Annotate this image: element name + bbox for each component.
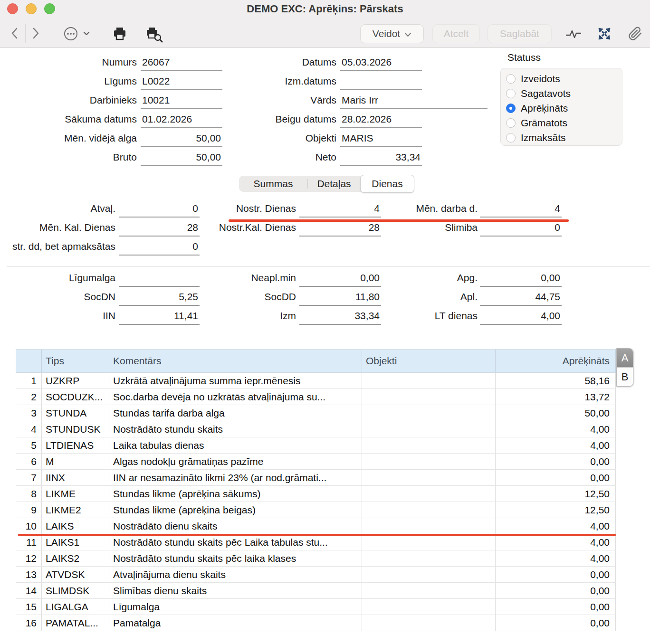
cell-objekti[interactable] xyxy=(362,567,496,582)
field-datums[interactable]: 05.03.2026 xyxy=(340,53,422,71)
cell-aprekinats[interactable]: 4,00 xyxy=(496,534,616,550)
status-option-sagatavots[interactable]: Sagatavots xyxy=(501,86,622,101)
field-vārds[interactable]: Maris Irr xyxy=(340,91,488,109)
cell-tips[interactable]: LTDIENAS xyxy=(42,437,109,453)
cell-aprekinats[interactable]: 0,00 xyxy=(496,599,616,615)
print-preview-icon[interactable] xyxy=(145,27,164,45)
cell-komentars[interactable]: Līgumalga xyxy=(109,599,362,615)
cell-aprekinats[interactable]: 58,16 xyxy=(496,373,616,388)
cell-aprekinats[interactable]: 0,00 xyxy=(496,454,616,469)
status-option-grāmatots[interactable]: Grāmatots xyxy=(501,115,622,130)
field-izm[interactable]: 33,34 xyxy=(299,307,381,325)
row-number-cell[interactable]: 7 xyxy=(16,470,42,485)
status-option-izmaksāts[interactable]: Izmaksāts xyxy=(501,130,622,145)
tab-detaļas[interactable]: Detaļas xyxy=(308,176,360,192)
cell-tips[interactable]: ATVDSK xyxy=(42,567,109,582)
field-izm-datums[interactable] xyxy=(340,72,422,90)
attachment-icon[interactable] xyxy=(628,27,642,43)
field-nostr-dienas[interactable]: 4 xyxy=(299,199,381,218)
cell-tips[interactable]: LIKME2 xyxy=(42,502,109,518)
row-number-cell[interactable]: 6 xyxy=(16,454,42,469)
row-number-cell[interactable]: 5 xyxy=(16,437,42,453)
cell-aprekinats[interactable]: 50,00 xyxy=(496,405,616,421)
cell-aprekinats[interactable]: 13,72 xyxy=(496,389,616,405)
row-number-cell[interactable]: 4 xyxy=(16,421,42,437)
cell-tips[interactable]: LIKME xyxy=(42,486,109,502)
cell-komentars[interactable]: Uzkrātā atvaļinājuma summa iepr.mēnesis xyxy=(109,373,362,388)
field-mēn-darba-d[interactable]: 4 xyxy=(480,199,562,218)
cell-tips[interactable]: LAIKS xyxy=(42,518,109,534)
row-number-cell[interactable]: 16 xyxy=(16,615,42,631)
cell-objekti[interactable] xyxy=(362,502,496,518)
more-options-icon[interactable] xyxy=(63,26,93,43)
cell-objekti[interactable] xyxy=(362,534,496,550)
cell-objekti[interactable] xyxy=(362,470,496,485)
field-socdd[interactable]: 11,80 xyxy=(299,288,381,306)
field-apl[interactable]: 44,75 xyxy=(480,288,562,306)
tab-summas[interactable]: Summas xyxy=(239,176,307,192)
atcelt-button[interactable]: Atcelt xyxy=(432,24,480,43)
row-number-cell[interactable]: 11 xyxy=(16,534,42,550)
cell-tips[interactable]: SOCDUZK... xyxy=(42,389,109,405)
status-option-aprēķināts[interactable]: Aprēķināts xyxy=(501,101,622,115)
cell-aprekinats[interactable]: 12,50 xyxy=(496,502,616,518)
cell-objekti[interactable] xyxy=(362,421,496,437)
radio-izmaksāts-icon[interactable] xyxy=(506,133,516,142)
field-beigu-datums[interactable]: 28.02.2026 xyxy=(340,110,422,128)
field-apg[interactable]: 0,00 xyxy=(480,269,562,287)
cell-komentars[interactable]: Laika tabulas dienas xyxy=(109,437,362,453)
saglabat-button[interactable]: Saglabāt xyxy=(488,24,552,43)
row-number-cell[interactable]: 1 xyxy=(16,373,42,388)
cell-komentars[interactable]: IIN ar nesamazināto likmi 23% (ar nod.gr… xyxy=(109,470,362,485)
table-view-a-button[interactable]: A xyxy=(617,349,633,368)
row-number-cell[interactable]: 12 xyxy=(16,550,42,566)
cell-aprekinats[interactable]: 0,00 xyxy=(496,583,616,598)
cell-komentars[interactable]: Soc.darba devēja no uzkrātās atvaļinājum… xyxy=(109,389,362,405)
cell-objekti[interactable] xyxy=(362,373,496,388)
cell-objekti[interactable] xyxy=(362,599,496,615)
row-number-cell[interactable]: 9 xyxy=(16,502,42,518)
tab-dienas[interactable]: Dienas xyxy=(360,175,414,193)
row-number-cell[interactable]: 14 xyxy=(16,583,42,598)
expand-icon[interactable] xyxy=(597,27,612,43)
field-neapl-min[interactable]: 0,00 xyxy=(299,269,381,287)
row-number-cell[interactable]: 2 xyxy=(16,389,42,405)
cell-objekti[interactable] xyxy=(362,615,496,631)
cell-objekti[interactable] xyxy=(362,518,496,534)
radio-aprēķināts-icon[interactable] xyxy=(506,104,516,113)
cell-komentars[interactable]: Stundas likme (aprēķina beigas) xyxy=(109,502,362,518)
cell-komentars[interactable]: Stundas likme (aprēķina sākums) xyxy=(109,486,362,502)
cell-komentars[interactable]: Stundas tarifa darba alga xyxy=(109,405,362,421)
cell-komentars[interactable]: Nostrādāto stundu skaits pēc Laika tabul… xyxy=(109,534,362,550)
cell-komentars[interactable]: Nostrādāto dienu skaits xyxy=(109,518,362,534)
field-neto[interactable]: 33,34 xyxy=(340,148,422,166)
cell-objekti[interactable] xyxy=(362,437,496,453)
cell-aprekinats[interactable]: 0,00 xyxy=(496,615,616,631)
radio-sagatavots-icon[interactable] xyxy=(506,89,516,98)
cell-tips[interactable]: PAMATAL... xyxy=(42,615,109,631)
cell-tips[interactable]: LAIKS2 xyxy=(42,550,109,566)
cell-komentars[interactable]: Nostrādāto stundu skaits xyxy=(109,421,362,437)
cell-objekti[interactable] xyxy=(362,550,496,566)
activity-icon[interactable] xyxy=(565,28,582,43)
cell-aprekinats[interactable]: 0,00 xyxy=(496,567,616,582)
cell-komentars[interactable]: Nostrādāto stundu skaits pēc laika klase… xyxy=(109,550,362,566)
back-icon[interactable] xyxy=(9,26,21,42)
cell-objekti[interactable] xyxy=(362,583,496,598)
cell-aprekinats[interactable]: 0,00 xyxy=(496,470,616,485)
cell-tips[interactable]: SLIMDSK xyxy=(42,583,109,598)
cell-komentars[interactable]: Atvaļinājuma dienu skaits xyxy=(109,567,362,582)
cell-tips[interactable]: STUNDA xyxy=(42,405,109,421)
row-number-cell[interactable]: 13 xyxy=(16,567,42,582)
cell-komentars[interactable]: Pamatalga xyxy=(109,615,362,631)
cell-tips[interactable]: LIGALGA xyxy=(42,599,109,615)
cell-komentars[interactable]: Slimības dienu skaits xyxy=(109,583,362,598)
field-lt-dienas[interactable]: 4,00 xyxy=(480,307,562,325)
cell-objekti[interactable] xyxy=(362,389,496,405)
cell-tips[interactable]: STUNDUSK xyxy=(42,421,109,437)
row-number-cell[interactable]: 10 xyxy=(16,518,42,534)
cell-komentars[interactable]: Algas nodokļu grāmatiņas pazīme xyxy=(109,454,362,469)
veidot-button[interactable]: Veidot xyxy=(360,24,424,43)
status-option-izveidots[interactable]: Izveidots xyxy=(501,71,622,86)
row-number-cell[interactable]: 15 xyxy=(16,599,42,615)
